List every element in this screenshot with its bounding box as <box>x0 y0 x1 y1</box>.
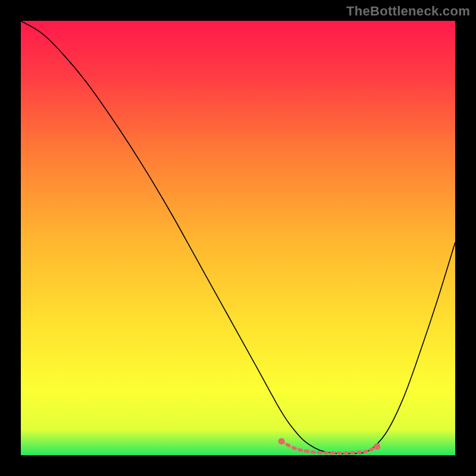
gradient-background <box>21 21 455 455</box>
chart-frame: TheBottleneck.com <box>0 0 476 476</box>
chart-svg <box>21 21 455 455</box>
trough-endpoint-dot <box>374 443 380 450</box>
watermark-label: TheBottleneck.com <box>346 4 470 19</box>
plot-area <box>21 21 455 455</box>
trough-endpoint-dot <box>278 438 285 444</box>
